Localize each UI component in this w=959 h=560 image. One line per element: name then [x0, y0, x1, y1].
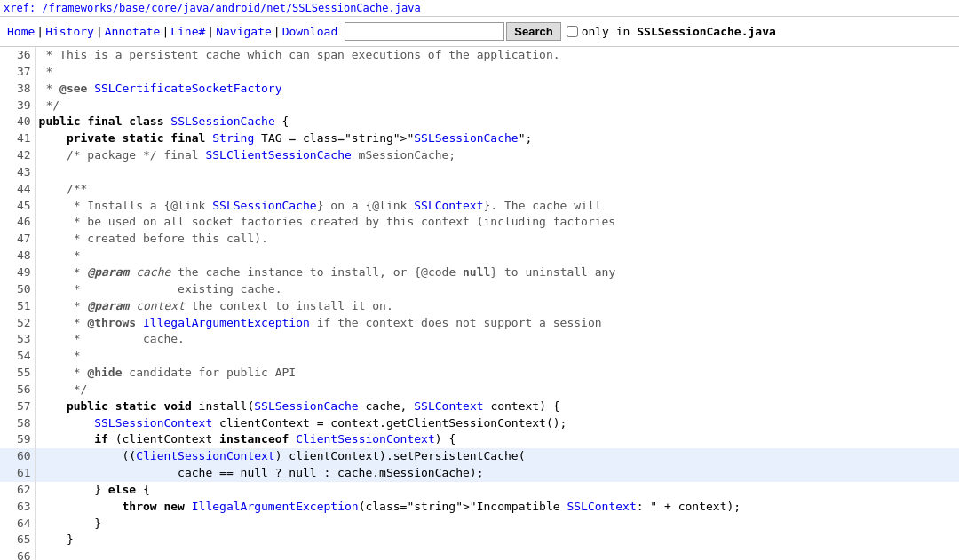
- line-number: 61: [0, 465, 35, 482]
- table-row: 37 *: [0, 64, 959, 81]
- table-row: 59 if (clientContext instanceof ClientSe…: [0, 431, 959, 448]
- nav-bar: Home | History | Annotate | Line# | Navi…: [0, 17, 959, 47]
- code-table: 36 * This is a persistent cache which ca…: [0, 47, 959, 560]
- code-line: }: [35, 532, 959, 548]
- code-line: * @see SSLCertificateSocketFactory: [35, 81, 959, 98]
- line-number: 62: [0, 482, 35, 499]
- table-row: 52 * @throws IllegalArgumentException if…: [0, 315, 959, 332]
- table-row: 36 * This is a persistent cache which ca…: [0, 47, 959, 64]
- line-number: 58: [0, 415, 35, 432]
- line-number: 48: [0, 248, 35, 264]
- table-row: 38 * @see SSLCertificateSocketFactory: [0, 81, 959, 98]
- table-row: 55 * @hide candidate for public API: [0, 365, 959, 382]
- table-row: 44 /**: [0, 181, 959, 198]
- table-row: 42 /* package */ final SSLClientSessionC…: [0, 147, 959, 164]
- line-number: 38: [0, 81, 35, 98]
- code-line: * existing cache.: [35, 281, 959, 298]
- code-line: * @param cache the cache instance to ins…: [35, 264, 959, 281]
- code-line: * This is a persistent cache which can s…: [35, 47, 959, 64]
- table-row: 66: [0, 548, 959, 560]
- table-row: 48 *: [0, 248, 959, 264]
- table-row: 56 */: [0, 382, 959, 398]
- code-line: public final class SSLSessionCache {: [35, 114, 959, 130]
- nav-sep-1: |: [36, 25, 44, 38]
- line-number: 63: [0, 499, 35, 516]
- nav-sep-5: |: [273, 25, 281, 38]
- code-line: *: [35, 248, 959, 264]
- line-number: 42: [0, 147, 35, 164]
- line-number: 55: [0, 365, 35, 382]
- nav-linenum[interactable]: Line#: [170, 25, 205, 38]
- only-in-label: only in SSLSessionCache.java: [582, 25, 776, 38]
- table-row: 47 * created before this call).: [0, 231, 959, 248]
- line-number: 49: [0, 264, 35, 281]
- code-line: * @throws IllegalArgumentException if th…: [35, 315, 959, 332]
- table-row: 45 * Installs a {@link SSLSessionCache} …: [0, 198, 959, 215]
- line-number: 40: [0, 114, 35, 130]
- line-number: 60: [0, 448, 35, 465]
- table-row: 51 * @param context the context to insta…: [0, 298, 959, 315]
- nav-history[interactable]: History: [45, 25, 94, 38]
- line-number: 47: [0, 231, 35, 248]
- table-row: 60 ((ClientSessionContext) clientContext…: [0, 448, 959, 465]
- table-row: 50 * existing cache.: [0, 281, 959, 298]
- nav-home[interactable]: Home: [7, 25, 35, 38]
- line-number: 37: [0, 64, 35, 81]
- nav-navigate[interactable]: Navigate: [216, 25, 272, 38]
- table-row: 62 } else {: [0, 482, 959, 499]
- line-number: 45: [0, 198, 35, 215]
- line-number: 41: [0, 130, 35, 147]
- table-row: 46 * be used on all socket factories cre…: [0, 214, 959, 231]
- table-row: 57 public static void install(SSLSession…: [0, 398, 959, 415]
- line-number: 54: [0, 348, 35, 365]
- line-number: 66: [0, 548, 35, 560]
- line-number: 51: [0, 298, 35, 315]
- code-line: ((ClientSessionContext) clientContext).s…: [35, 448, 959, 465]
- table-row: 43: [0, 164, 959, 181]
- code-line: */: [35, 98, 959, 114]
- line-number: 36: [0, 47, 35, 64]
- line-number: 44: [0, 181, 35, 198]
- line-number: 65: [0, 532, 35, 548]
- line-number: 50: [0, 281, 35, 298]
- table-row: 63 throw new IllegalArgumentException(cl…: [0, 499, 959, 516]
- code-area: 36 * This is a persistent cache which ca…: [0, 47, 959, 560]
- code-line: /* package */ final SSLClientSessionCach…: [35, 147, 959, 164]
- table-row: 39 */: [0, 98, 959, 114]
- code-line: /**: [35, 181, 959, 198]
- line-number: 57: [0, 398, 35, 415]
- code-line: private static final String TAG = class=…: [35, 130, 959, 147]
- code-line: *: [35, 64, 959, 81]
- code-line: * created before this call).: [35, 231, 959, 248]
- code-line: if (clientContext instanceof ClientSessi…: [35, 431, 959, 448]
- code-line: cache == null ? null : cache.mSessionCac…: [35, 465, 959, 482]
- table-row: 40public final class SSLSessionCache {: [0, 114, 959, 130]
- line-number: 46: [0, 214, 35, 231]
- code-line: * @hide candidate for public API: [35, 365, 959, 382]
- code-line: * Installs a {@link SSLSessionCache} on …: [35, 198, 959, 215]
- table-row: 54 *: [0, 348, 959, 365]
- code-line: [35, 164, 959, 181]
- nav-download[interactable]: Download: [282, 25, 338, 38]
- nav-sep-3: |: [162, 25, 169, 38]
- search-input[interactable]: [345, 22, 504, 41]
- code-line: * be used on all socket factories create…: [35, 214, 959, 231]
- table-row: 64 }: [0, 516, 959, 532]
- table-row: 41 private static final String TAG = cla…: [0, 130, 959, 147]
- line-number: 43: [0, 164, 35, 181]
- search-button[interactable]: Search: [506, 22, 560, 41]
- nav-annotate[interactable]: Annotate: [105, 25, 161, 38]
- nav-sep-4: |: [207, 25, 214, 38]
- code-line: [35, 548, 959, 560]
- table-row: 53 * cache.: [0, 331, 959, 348]
- line-number: 59: [0, 431, 35, 448]
- table-row: 58 SSLSessionContext clientContext = con…: [0, 415, 959, 432]
- table-row: 49 * @param cache the cache instance to …: [0, 264, 959, 281]
- table-row: 61 cache == null ? null : cache.mSession…: [0, 465, 959, 482]
- code-line: *: [35, 348, 959, 365]
- code-line: * @param context the context to install …: [35, 298, 959, 315]
- only-in-checkbox[interactable]: [567, 26, 578, 37]
- code-line: * cache.: [35, 331, 959, 348]
- code-line: */: [35, 382, 959, 398]
- code-line: } else {: [35, 482, 959, 499]
